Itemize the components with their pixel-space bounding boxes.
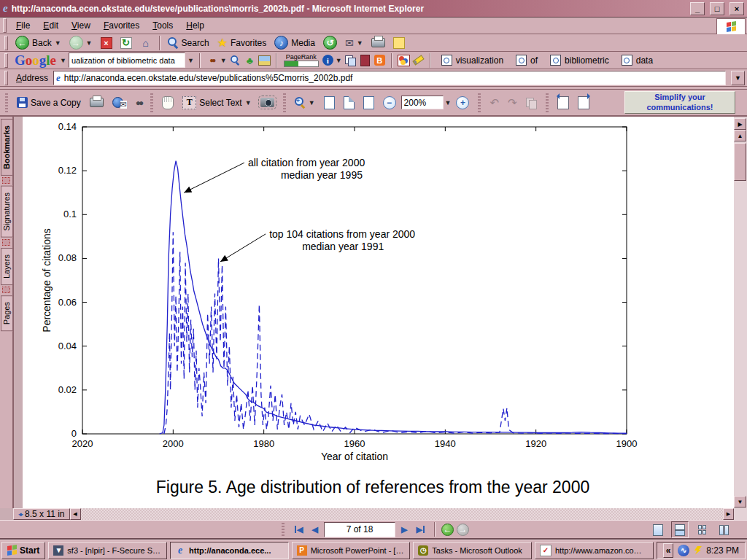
- task-button-powerpoint[interactable]: P Microsoft PowerPoint - [m...: [292, 542, 411, 559]
- word-find-button-2[interactable]: of: [511, 54, 543, 66]
- ad-banner-button[interactable]: Simplify your communications!: [624, 91, 735, 114]
- word-find-button-4[interactable]: data: [616, 54, 658, 66]
- save-a-copy-button[interactable]: Save a Copy: [13, 96, 85, 109]
- back-button[interactable]: ← Back ▼: [12, 34, 65, 51]
- mail-button[interactable]: ✉ ▼: [341, 36, 367, 50]
- previous-view-button[interactable]: [554, 95, 573, 111]
- pagerank-indicator[interactable]: PageRank: [282, 54, 320, 67]
- chevron-down-icon[interactable]: ▼: [357, 39, 363, 47]
- stop-button[interactable]: ×: [97, 36, 116, 50]
- search-button[interactable]: Search: [164, 36, 213, 50]
- menu-help[interactable]: Help: [179, 19, 211, 32]
- zoom-in-button[interactable]: +: [452, 95, 473, 111]
- chevron-down-icon[interactable]: ▼: [336, 57, 342, 64]
- fit-page-button[interactable]: [340, 95, 358, 111]
- chevron-down-icon[interactable]: ▼: [220, 57, 227, 64]
- chevron-down-icon[interactable]: ▼: [309, 99, 315, 106]
- toolbar-grip[interactable]: [4, 71, 8, 85]
- toolbar-grip[interactable]: [282, 523, 285, 536]
- google-logo[interactable]: Google: [13, 52, 58, 69]
- menu-edit[interactable]: Edit: [36, 19, 65, 32]
- chevron-down-icon[interactable]: ▼: [187, 57, 194, 64]
- tray-network-icon[interactable]: ∿: [678, 545, 689, 556]
- edit-button[interactable]: [390, 36, 409, 50]
- chevron-down-icon[interactable]: ▼: [86, 39, 93, 47]
- last-page-button[interactable]: ▶: [413, 524, 427, 536]
- toolbar-grip[interactable]: [3, 18, 7, 33]
- tray-collapse-button[interactable]: «: [663, 543, 674, 558]
- actual-size-button[interactable]: [320, 95, 338, 111]
- blocked-popup-button[interactable]: [359, 54, 371, 66]
- scroll-up-button[interactable]: ▲: [734, 130, 746, 141]
- blogger-button[interactable]: B: [374, 54, 386, 66]
- tab-layers[interactable]: Layers: [1, 248, 13, 285]
- tab-pages[interactable]: Pages: [1, 295, 13, 331]
- forward-button[interactable]: → ▼: [66, 34, 96, 51]
- hand-tool-button[interactable]: [158, 95, 177, 111]
- chevron-down-icon[interactable]: ▼: [60, 57, 66, 64]
- start-button[interactable]: Start: [1, 542, 45, 559]
- next-view-button[interactable]: [574, 95, 593, 111]
- page-options-button[interactable]: [344, 54, 357, 66]
- redo-button[interactable]: ↷: [504, 95, 521, 111]
- copy-button[interactable]: [522, 96, 541, 109]
- facing-layout-button[interactable]: [715, 521, 732, 538]
- snapshot-tool-button[interactable]: [257, 96, 278, 109]
- tab-signatures[interactable]: Signatures: [1, 186, 13, 238]
- zoom-level-field[interactable]: [401, 96, 444, 109]
- toolbar-grip[interactable]: [5, 93, 8, 112]
- chevron-down-icon[interactable]: ▼: [445, 99, 452, 106]
- minimize-button[interactable]: _: [690, 2, 705, 15]
- menu-favorites[interactable]: Favorites: [97, 19, 146, 32]
- print-button-acrobat[interactable]: [86, 96, 107, 109]
- media-button[interactable]: ♪ Media: [271, 34, 319, 51]
- continuous-layout-button[interactable]: [671, 521, 689, 538]
- select-text-button[interactable]: T Select Text ▼: [179, 95, 255, 111]
- menu-tools[interactable]: Tools: [146, 19, 179, 32]
- menu-file[interactable]: File: [9, 19, 36, 32]
- refresh-button[interactable]: ↻: [117, 36, 136, 50]
- tray-pen-icon[interactable]: [694, 546, 702, 555]
- scrollbar-thumb[interactable]: [734, 143, 746, 181]
- toolbar-grip[interactable]: [4, 53, 8, 68]
- undo-button[interactable]: ↶: [486, 95, 503, 111]
- word-find-button-1[interactable]: visualization: [436, 54, 508, 66]
- zoom-out-button[interactable]: −: [379, 95, 400, 111]
- task-button-amazon[interactable]: ✓ http://www.amazon.com/...: [535, 542, 654, 559]
- page-info-button[interactable]: i: [322, 55, 333, 66]
- toolbar-grip[interactable]: [283, 93, 286, 112]
- close-button[interactable]: ×: [729, 2, 744, 15]
- next-view-circle-button[interactable]: →: [457, 524, 469, 536]
- chevron-down-icon[interactable]: ▼: [245, 99, 252, 106]
- print-button[interactable]: [368, 36, 389, 49]
- address-field[interactable]: e http://anaconda.ecen.okstate.edu/steve…: [53, 71, 726, 85]
- chevron-down-icon[interactable]: ▼: [55, 39, 61, 47]
- pdf-viewport[interactable]: 202020001980196019401920190000.020.040.0…: [13, 117, 735, 508]
- scroll-down-button[interactable]: ▼: [734, 496, 746, 508]
- menu-view[interactable]: View: [65, 19, 97, 32]
- highlighter-button[interactable]: [412, 54, 425, 66]
- toolbar-overflow-button[interactable]: ▶: [734, 118, 746, 130]
- google-search-input[interactable]: [69, 52, 185, 68]
- history-button[interactable]: ↺: [320, 34, 341, 51]
- email-button[interactable]: ✉: [109, 96, 131, 110]
- horizontal-scrollbar[interactable]: ◂▸ 8.5 x 11 in ◀ ▶: [13, 508, 734, 520]
- task-button-outlook[interactable]: ◷ Tasks - Microsoft Outlook: [413, 542, 532, 559]
- word-find-button-3[interactable]: bibliometric: [545, 54, 614, 66]
- search-web-button[interactable]: ●●: [206, 54, 218, 66]
- single-page-layout-button[interactable]: [649, 521, 667, 538]
- toolbar-grip[interactable]: [4, 36, 8, 50]
- tab-bookmarks[interactable]: Bookmarks: [1, 119, 13, 176]
- maximize-button[interactable]: □: [710, 2, 724, 15]
- scroll-left-button[interactable]: ◀: [70, 508, 81, 520]
- task-button-ie-active[interactable]: e http://anaconda.ece...: [170, 542, 289, 559]
- search-site-button[interactable]: [229, 54, 241, 66]
- search-pdf-button[interactable]: ●●: [132, 96, 146, 109]
- home-button[interactable]: ⌂: [136, 36, 155, 50]
- task-button-fsecure[interactable]: ▼ sf3 - [nlpir] - F-Secure SS...: [48, 542, 167, 559]
- next-page-button[interactable]: ▶: [398, 524, 410, 536]
- scroll-right-button[interactable]: ▶: [723, 508, 734, 520]
- highlight-options-button[interactable]: [398, 54, 410, 66]
- vertical-scrollbar[interactable]: ▶ ▲ ▼: [734, 117, 747, 520]
- continuous-facing-layout-button[interactable]: [693, 521, 711, 538]
